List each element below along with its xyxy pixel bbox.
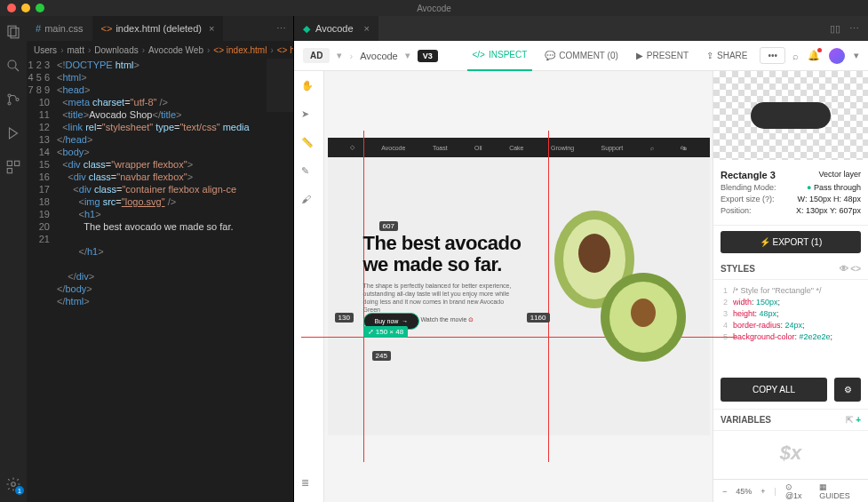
code-editor[interactable]: 1 2 3 4 5 6 7 8 9 10 11 12 13 14 15 16 1… xyxy=(27,59,293,502)
app-title: Avocode xyxy=(0,4,868,13)
tab-index-html[interactable]: <>index.html (deleted)× xyxy=(92,16,224,41)
shape-preview xyxy=(751,102,831,129)
subtext: The shape is perfectly balanced for bett… xyxy=(363,282,523,314)
notifications-icon[interactable]: 🔔 xyxy=(808,50,820,61)
inspect-panel: Rectangle 3Vector layer Blending Mode:● … xyxy=(713,71,868,502)
layer-preview xyxy=(713,71,868,160)
svg-rect-8 xyxy=(7,161,12,165)
version-badge[interactable]: V3 xyxy=(418,50,438,62)
present-button[interactable]: ▶PRESENT xyxy=(631,51,694,60)
design-name[interactable]: Avocode xyxy=(360,51,398,61)
play-icon: ▶ xyxy=(636,51,643,60)
zoom-level[interactable]: 45% xyxy=(736,487,752,496)
search-icon[interactable] xyxy=(4,57,22,75)
eye-icon[interactable]: 👁 xyxy=(840,264,848,274)
settings-icon[interactable]: 1 xyxy=(4,475,22,493)
export-icon[interactable]: ⇱ xyxy=(846,415,853,425)
share-icon: ⇪ xyxy=(706,51,713,60)
measure-left: 130 xyxy=(335,313,354,323)
bag-icon: 🛍 xyxy=(681,145,687,151)
pointer-tool-icon[interactable]: ➤ xyxy=(301,108,317,124)
design-canvas[interactable]: ◇ Avocode Toast Oil Cake Growing Support… xyxy=(324,71,713,502)
avocado-image xyxy=(541,211,692,371)
guides-toggle[interactable]: ▦ GUIDES xyxy=(819,482,859,500)
layer-name: Rectangle 3 xyxy=(721,170,776,180)
check-icon: ● xyxy=(807,183,811,192)
design-artboard: ◇ Avocode Toast Oil Cake Growing Support… xyxy=(328,138,710,435)
svg-point-2 xyxy=(8,60,16,68)
svg-point-5 xyxy=(8,102,11,105)
svg-rect-10 xyxy=(7,169,12,173)
more-button[interactable]: ••• xyxy=(760,47,785,64)
zoom-in-button[interactable]: + xyxy=(760,487,765,496)
breadcrumb[interactable]: Users› matt› Downloads› Avocode Web› <> … xyxy=(27,41,293,59)
layers-icon[interactable]: ≣ xyxy=(301,477,317,493)
ruler-tool-icon[interactable]: 📏 xyxy=(301,137,317,153)
editor-tabs: #main.css <>index.html (deleted)× ⋯ xyxy=(27,16,293,41)
close-window[interactable] xyxy=(7,4,16,12)
layer-type: Vector layer xyxy=(818,170,861,180)
format-badge[interactable]: AD xyxy=(303,48,330,63)
zoom-out-button[interactable]: − xyxy=(722,487,727,496)
comment-icon: 💬 xyxy=(545,51,555,60)
minimize-window[interactable] xyxy=(21,4,30,12)
watch-link[interactable]: Watch the movie ⊙ xyxy=(421,316,474,323)
variables-heading: VARIABLES xyxy=(721,415,771,425)
canvas-footer: − 45% + | ⊙ @1x ▦ GUIDES xyxy=(713,479,868,502)
avocode-panel: ◆ Avocode × ▯▯ ⋯ AD ▾ › Avocode ▾ V3 </>… xyxy=(293,16,868,502)
tool-palette: ✋ ➤ 📏 ✎ 🖌 ≣ xyxy=(294,71,324,502)
size-badge: ⤢ 150 × 48 xyxy=(363,326,409,338)
eyedropper-tool-icon[interactable]: ✎ xyxy=(301,165,317,181)
copy-all-button[interactable]: COPY ALL xyxy=(721,378,827,402)
minimap[interactable] xyxy=(267,59,293,112)
avocode-toolbar: AD ▾ › Avocode ▾ V3 </>INSPECT 💬COMMENT … xyxy=(294,41,868,71)
close-icon[interactable]: × xyxy=(364,23,370,34)
avocode-tabs: ◆ Avocode × ▯▯ ⋯ xyxy=(294,16,868,41)
split-icon[interactable]: ▯▯ xyxy=(830,23,840,35)
debug-icon[interactable] xyxy=(4,124,22,142)
more-icon[interactable]: ⋯ xyxy=(276,23,286,35)
logo-icon: ◇ xyxy=(350,144,354,151)
titlebar: Avocode xyxy=(0,0,868,16)
user-avatar[interactable] xyxy=(829,48,845,64)
files-icon[interactable] xyxy=(4,23,22,41)
share-button[interactable]: ⇪SHARE xyxy=(701,51,753,60)
comment-button[interactable]: 💬COMMENT (0) xyxy=(539,51,623,60)
chevron-down-icon[interactable]: ▾ xyxy=(405,50,410,61)
maximize-window[interactable] xyxy=(36,4,44,12)
svg-rect-9 xyxy=(15,161,20,165)
source-control-icon[interactable] xyxy=(4,91,22,108)
code-icon[interactable]: <> xyxy=(850,264,861,274)
svg-point-11 xyxy=(12,482,16,487)
chevron-down-icon[interactable]: ▾ xyxy=(854,50,859,61)
svg-point-17 xyxy=(631,299,656,327)
svg-marker-7 xyxy=(10,128,18,139)
chevron-down-icon[interactable]: ▾ xyxy=(337,50,342,61)
svg-point-14 xyxy=(578,234,610,273)
avocode-logo-icon: ◆ xyxy=(303,23,310,35)
inspect-button[interactable]: </>INSPECT xyxy=(467,41,533,71)
arrow-icon: → xyxy=(402,318,408,324)
search-icon: ⌕ xyxy=(650,145,654,151)
measure-top: 607 xyxy=(379,221,398,231)
hand-tool-icon[interactable]: ✋ xyxy=(301,80,317,96)
css-output[interactable]: 1 2 3 4 5 /* Style for "Rectangle" */ wi… xyxy=(713,280,868,348)
activity-bar: 1 xyxy=(0,16,27,502)
measure-bottom: 245 xyxy=(372,351,391,361)
variables-placeholder: $x xyxy=(713,431,868,479)
brush-tool-icon[interactable]: 🖌 xyxy=(301,194,317,210)
svg-point-6 xyxy=(16,99,19,101)
editor-area: #main.css <>index.html (deleted)× ⋯ User… xyxy=(27,16,293,502)
design-navbar: ◇ Avocode Toast Oil Cake Growing Support… xyxy=(328,138,710,157)
settings-button[interactable]: ⚙ xyxy=(834,378,861,402)
close-icon[interactable]: × xyxy=(209,23,214,34)
scale-indicator[interactable]: ⊙ @1x xyxy=(785,482,810,500)
avocode-tab[interactable]: ◆ Avocode × xyxy=(294,16,378,41)
tab-main-css[interactable]: #main.css xyxy=(27,16,92,41)
more-icon[interactable]: ⋯ xyxy=(849,23,859,35)
extensions-icon[interactable] xyxy=(4,158,22,176)
export-button[interactable]: ⚡ EXPORT (1) xyxy=(721,231,861,253)
svg-point-4 xyxy=(8,94,11,97)
add-icon[interactable]: + xyxy=(856,415,861,425)
search-icon[interactable]: ⌕ xyxy=(792,51,799,61)
